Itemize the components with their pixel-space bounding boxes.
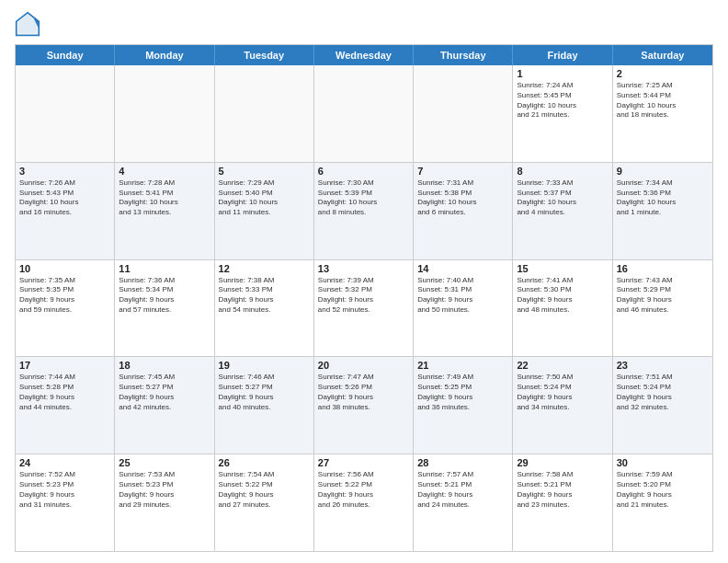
- cal-cell-4-4: 20Sunrise: 7:47 AMSunset: 5:26 PMDayligh…: [314, 357, 414, 454]
- cal-cell-2-5: 7Sunrise: 7:31 AMSunset: 5:38 PMDaylight…: [414, 163, 513, 259]
- day-number: 14: [417, 263, 508, 274]
- day-number: 17: [19, 360, 110, 371]
- cal-cell-5-3: 26Sunrise: 7:54 AMSunset: 5:22 PMDayligh…: [215, 454, 314, 551]
- logo-icon: [15, 11, 40, 37]
- cal-cell-5-5: 28Sunrise: 7:57 AMSunset: 5:21 PMDayligh…: [414, 454, 513, 551]
- day-number: 5: [219, 166, 310, 177]
- day-number: 12: [219, 263, 310, 274]
- day-number: 9: [617, 166, 709, 177]
- cal-cell-3-5: 14Sunrise: 7:40 AMSunset: 5:31 PMDayligh…: [414, 260, 513, 357]
- calendar-header: SundayMondayTuesdayWednesdayThursdayFrid…: [16, 45, 712, 65]
- cal-cell-1-6: 1Sunrise: 7:24 AMSunset: 5:45 PMDaylight…: [513, 65, 612, 162]
- cell-info-text: Sunrise: 7:31 AMSunset: 5:38 PMDaylight:…: [417, 178, 508, 218]
- cal-cell-4-5: 21Sunrise: 7:49 AMSunset: 5:25 PMDayligh…: [414, 357, 513, 454]
- day-number: 27: [318, 457, 409, 468]
- day-number: 8: [517, 166, 608, 177]
- cal-cell-4-3: 19Sunrise: 7:46 AMSunset: 5:27 PMDayligh…: [215, 357, 314, 454]
- cal-cell-2-2: 4Sunrise: 7:28 AMSunset: 5:41 PMDaylight…: [115, 163, 214, 259]
- day-number: 1: [517, 68, 608, 79]
- logo: [15, 11, 44, 37]
- cell-info-text: Sunrise: 7:29 AMSunset: 5:40 PMDaylight:…: [219, 178, 310, 218]
- calendar-body: 1Sunrise: 7:24 AMSunset: 5:45 PMDaylight…: [16, 65, 712, 551]
- cal-cell-5-6: 29Sunrise: 7:58 AMSunset: 5:21 PMDayligh…: [513, 454, 612, 551]
- cell-info-text: Sunrise: 7:38 AMSunset: 5:33 PMDaylight:…: [219, 276, 310, 316]
- cell-info-text: Sunrise: 7:35 AMSunset: 5:35 PMDaylight:…: [19, 276, 110, 316]
- cell-info-text: Sunrise: 7:58 AMSunset: 5:21 PMDaylight:…: [517, 470, 608, 510]
- day-number: 28: [417, 457, 508, 468]
- calendar: SundayMondayTuesdayWednesdayThursdayFrid…: [15, 44, 713, 552]
- cell-info-text: Sunrise: 7:59 AMSunset: 5:20 PMDaylight:…: [617, 470, 709, 510]
- cell-info-text: Sunrise: 7:26 AMSunset: 5:43 PMDaylight:…: [19, 178, 110, 218]
- cell-info-text: Sunrise: 7:57 AMSunset: 5:21 PMDaylight:…: [417, 470, 508, 510]
- cal-cell-1-1: [16, 65, 115, 162]
- day-number: 30: [617, 457, 709, 468]
- day-number: 23: [617, 360, 709, 371]
- cell-info-text: Sunrise: 7:47 AMSunset: 5:26 PMDaylight:…: [318, 373, 409, 412]
- cell-info-text: Sunrise: 7:30 AMSunset: 5:39 PMDaylight:…: [318, 178, 409, 218]
- cell-info-text: Sunrise: 7:25 AMSunset: 5:44 PMDaylight:…: [617, 81, 709, 121]
- cal-cell-3-6: 15Sunrise: 7:41 AMSunset: 5:30 PMDayligh…: [513, 260, 612, 357]
- cal-cell-1-4: [314, 65, 414, 162]
- page: SundayMondayTuesdayWednesdayThursdayFrid…: [0, 0, 728, 563]
- day-number: 25: [119, 457, 210, 468]
- cal-cell-5-2: 25Sunrise: 7:53 AMSunset: 5:23 PMDayligh…: [115, 454, 214, 551]
- cal-cell-2-3: 5Sunrise: 7:29 AMSunset: 5:40 PMDaylight…: [215, 163, 314, 259]
- day-number: 4: [119, 166, 210, 177]
- cell-info-text: Sunrise: 7:39 AMSunset: 5:32 PMDaylight:…: [318, 276, 409, 316]
- cal-cell-5-7: 30Sunrise: 7:59 AMSunset: 5:20 PMDayligh…: [613, 454, 712, 551]
- cal-cell-4-7: 23Sunrise: 7:51 AMSunset: 5:24 PMDayligh…: [613, 357, 712, 454]
- cal-cell-2-7: 9Sunrise: 7:34 AMSunset: 5:36 PMDaylight…: [613, 163, 712, 259]
- day-number: 26: [219, 457, 310, 468]
- cal-cell-1-3: [215, 65, 314, 162]
- header-day-wednesday: Wednesday: [314, 45, 414, 65]
- cal-cell-3-7: 16Sunrise: 7:43 AMSunset: 5:29 PMDayligh…: [613, 260, 712, 357]
- cal-cell-2-1: 3Sunrise: 7:26 AMSunset: 5:43 PMDaylight…: [16, 163, 115, 259]
- cal-cell-4-2: 18Sunrise: 7:45 AMSunset: 5:27 PMDayligh…: [115, 357, 214, 454]
- day-number: 19: [219, 360, 310, 371]
- header-day-tuesday: Tuesday: [215, 45, 314, 65]
- cal-cell-4-6: 22Sunrise: 7:50 AMSunset: 5:24 PMDayligh…: [513, 357, 612, 454]
- day-number: 10: [19, 263, 110, 274]
- cal-cell-3-4: 13Sunrise: 7:39 AMSunset: 5:32 PMDayligh…: [314, 260, 414, 357]
- header-day-sunday: Sunday: [16, 45, 115, 65]
- cell-info-text: Sunrise: 7:46 AMSunset: 5:27 PMDaylight:…: [219, 373, 310, 412]
- calendar-week-1: 1Sunrise: 7:24 AMSunset: 5:45 PMDaylight…: [16, 65, 712, 163]
- header-day-saturday: Saturday: [613, 45, 712, 65]
- day-number: 11: [119, 263, 210, 274]
- cell-info-text: Sunrise: 7:33 AMSunset: 5:37 PMDaylight:…: [517, 178, 608, 218]
- cell-info-text: Sunrise: 7:34 AMSunset: 5:36 PMDaylight:…: [617, 178, 709, 218]
- cal-cell-2-6: 8Sunrise: 7:33 AMSunset: 5:37 PMDaylight…: [513, 163, 612, 259]
- cell-info-text: Sunrise: 7:24 AMSunset: 5:45 PMDaylight:…: [517, 81, 608, 121]
- cal-cell-1-7: 2Sunrise: 7:25 AMSunset: 5:44 PMDaylight…: [613, 65, 712, 162]
- day-number: 13: [318, 263, 409, 274]
- day-number: 21: [417, 360, 508, 371]
- calendar-week-5: 24Sunrise: 7:52 AMSunset: 5:23 PMDayligh…: [16, 454, 712, 551]
- cell-info-text: Sunrise: 7:53 AMSunset: 5:23 PMDaylight:…: [119, 470, 210, 510]
- day-number: 24: [19, 457, 110, 468]
- cell-info-text: Sunrise: 7:50 AMSunset: 5:24 PMDaylight:…: [517, 373, 608, 412]
- cell-info-text: Sunrise: 7:43 AMSunset: 5:29 PMDaylight:…: [617, 276, 709, 316]
- header: [15, 11, 713, 37]
- header-day-thursday: Thursday: [414, 45, 513, 65]
- calendar-week-2: 3Sunrise: 7:26 AMSunset: 5:43 PMDaylight…: [16, 163, 712, 260]
- cal-cell-3-2: 11Sunrise: 7:36 AMSunset: 5:34 PMDayligh…: [115, 260, 214, 357]
- calendar-week-3: 10Sunrise: 7:35 AMSunset: 5:35 PMDayligh…: [16, 260, 712, 358]
- day-number: 20: [318, 360, 409, 371]
- cell-info-text: Sunrise: 7:41 AMSunset: 5:30 PMDaylight:…: [517, 276, 608, 316]
- cal-cell-5-1: 24Sunrise: 7:52 AMSunset: 5:23 PMDayligh…: [16, 454, 115, 551]
- cal-cell-1-2: [115, 65, 214, 162]
- cell-info-text: Sunrise: 7:49 AMSunset: 5:25 PMDaylight:…: [417, 373, 508, 412]
- day-number: 3: [19, 166, 110, 177]
- day-number: 15: [517, 263, 608, 274]
- cell-info-text: Sunrise: 7:56 AMSunset: 5:22 PMDaylight:…: [318, 470, 409, 510]
- cal-cell-3-3: 12Sunrise: 7:38 AMSunset: 5:33 PMDayligh…: [215, 260, 314, 357]
- cell-info-text: Sunrise: 7:28 AMSunset: 5:41 PMDaylight:…: [119, 178, 210, 218]
- day-number: 18: [119, 360, 210, 371]
- cell-info-text: Sunrise: 7:52 AMSunset: 5:23 PMDaylight:…: [19, 470, 110, 510]
- day-number: 22: [517, 360, 608, 371]
- day-number: 2: [617, 68, 709, 79]
- header-day-friday: Friday: [513, 45, 612, 65]
- cal-cell-3-1: 10Sunrise: 7:35 AMSunset: 5:35 PMDayligh…: [16, 260, 115, 357]
- cell-info-text: Sunrise: 7:45 AMSunset: 5:27 PMDaylight:…: [119, 373, 210, 412]
- cell-info-text: Sunrise: 7:44 AMSunset: 5:28 PMDaylight:…: [19, 373, 110, 412]
